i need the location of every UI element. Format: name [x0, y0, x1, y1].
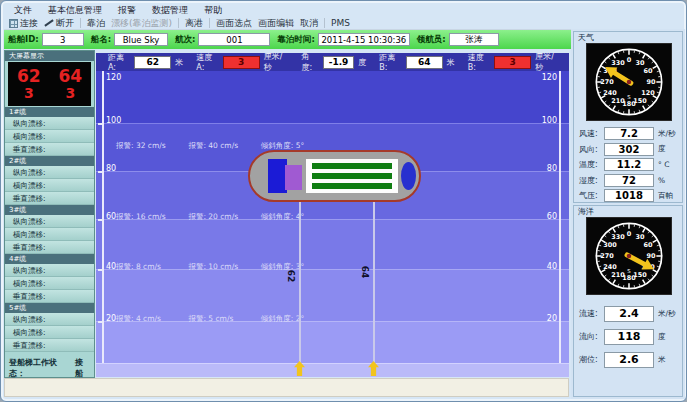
distance-a-unit: 米 — [175, 57, 183, 68]
current-speed-value[interactable]: 2.4 — [604, 306, 654, 322]
y-tick-label: 60 — [547, 212, 557, 221]
toolbar-button-disconnect[interactable]: 断开 — [44, 17, 74, 30]
tilt-angle: 倾斜角度: 2° — [261, 314, 304, 324]
toolbar-button-screen-edit[interactable]: 画面编辑 — [258, 17, 294, 30]
svg-text:270: 270 — [600, 78, 614, 86]
toolbar-button-berthing[interactable]: 靠泊 — [87, 17, 105, 30]
toolbar-button-connect[interactable]: 连接 — [9, 17, 38, 30]
wind-speed-label: 风速: — [574, 128, 604, 139]
toolbar-button-departure[interactable]: 离港 — [185, 17, 203, 30]
wind-direction-value[interactable]: 302 — [604, 143, 654, 156]
alarm-a: 报警: 8 cm/s — [116, 262, 186, 272]
angle-label: 角度: — [301, 51, 318, 73]
ship-deck-hatch — [306, 159, 398, 193]
tide-level-unit: 米 — [654, 355, 666, 365]
temperature-value[interactable]: 11.2 — [604, 158, 654, 171]
speed-b-unit: 厘米/秒 — [535, 51, 560, 73]
y-tick-label: 80 — [547, 164, 557, 173]
y-tick-label: 100 — [542, 116, 557, 125]
lateral-drift-row: 横向漂移: — [5, 179, 94, 192]
pressure-row: 气压: 1018 百帕 — [574, 188, 682, 204]
svg-text:60: 60 — [644, 241, 653, 249]
menu-item-alarm[interactable]: 报警 — [118, 4, 136, 17]
cable-group-5: 5#缆 纵向漂移: 横向漂移: 垂直漂移: — [5, 303, 94, 352]
ship-name-label: 船名: — [91, 34, 111, 46]
distance-b-value[interactable]: 64 — [406, 56, 443, 69]
voyage-no-input[interactable]: 001 — [198, 33, 270, 46]
svg-text:30: 30 — [636, 233, 645, 241]
menu-item-data-mgmt[interactable]: 数据管理 — [152, 4, 188, 17]
longitudinal-drift-row: 纵向漂移: — [5, 313, 94, 326]
berthing-time-label: 靠泊时间: — [277, 34, 314, 46]
status-bar — [4, 378, 569, 397]
speed-a-value[interactable]: 3 — [223, 56, 260, 69]
humidity-label: 湿度: — [574, 175, 604, 186]
deck-stripe — [312, 163, 392, 169]
ship-cargo-block-purple — [285, 165, 302, 190]
angle-unit: 度 — [358, 57, 366, 68]
temperature-row: 温度: 11.2 ° C — [574, 157, 682, 173]
menu-bar: 文件 基本信息管理 报警 数据管理 帮助 — [4, 4, 683, 16]
menu-item-basic-info-mgmt[interactable]: 基本信息管理 — [48, 4, 102, 17]
weather-group: 天气 0306090120150180210240270300330S 风速: … — [573, 31, 683, 203]
wind-speed-value[interactable]: 7.2 — [604, 127, 654, 140]
axis-tick — [98, 219, 103, 221]
toolbar-button-cancel[interactable]: 取消 — [300, 17, 318, 30]
ocean-group-title: 海洋 — [578, 206, 594, 217]
tide-level-label: 潮位: — [574, 354, 604, 365]
angle-value[interactable]: -1.9 — [323, 56, 355, 69]
current-direction-value[interactable]: 118 — [604, 329, 654, 345]
left-panel: 大屏幕显示 62 64 3 3 1#缆 纵向漂移: 横向漂移: 垂直漂移: 2#… — [4, 50, 95, 378]
voyage-no-field: 航次: 001 — [175, 33, 270, 46]
current-direction-label: 流向: — [574, 331, 604, 342]
menu-item-file[interactable]: 文件 — [14, 4, 32, 17]
pressure-value[interactable]: 1018 — [604, 189, 654, 202]
alarm-a: 报警: 4 cm/s — [116, 314, 186, 324]
lateral-drift-row: 横向漂移: — [5, 130, 94, 143]
y-tick-label: 120 — [542, 73, 557, 82]
tide-level-value[interactable]: 2.6 — [604, 352, 654, 368]
toolbar-button-pms[interactable]: PMS — [331, 18, 350, 28]
menu-item-help[interactable]: 帮助 — [204, 4, 222, 17]
speed-b-value[interactable]: 3 — [494, 56, 531, 69]
distance-a-label: 距离A: — [108, 52, 130, 72]
ship-name-input[interactable]: Blue Sky — [114, 33, 168, 46]
weather-group-title: 天气 — [578, 32, 594, 43]
cable-group-title: 4#缆 — [5, 254, 94, 264]
svg-text:330: 330 — [611, 59, 625, 67]
temperature-unit: ° C — [654, 160, 669, 169]
distance-b-label: 距离B: — [379, 52, 401, 72]
y-tick-label: 40 — [106, 262, 116, 271]
cable-group-title: 5#缆 — [5, 303, 94, 313]
big-display-group: 大屏幕显示 62 64 3 3 — [5, 51, 94, 106]
ship-id-field: 船舶ID: 3 — [8, 33, 84, 46]
alarm-threshold-row: 报警: 16 cm/s 报警: 20 cm/s 倾斜角度: 4° — [116, 212, 304, 222]
lateral-drift-row: 横向漂移: — [5, 277, 94, 290]
berthing-time-input[interactable]: 2011-4-15 10:30:36 — [318, 33, 410, 46]
speed-b-label: 速度B: — [468, 52, 490, 72]
current-speed-unit: 米/秒 — [654, 309, 676, 319]
speed-a-unit: 厘米/秒 — [264, 51, 289, 73]
measure-line-b — [373, 202, 375, 363]
vertical-drift-row: 垂直漂移: — [5, 143, 94, 156]
longitudinal-drift-row: 纵向漂移: — [5, 215, 94, 228]
current-compass-gauge: 0306090120150180210240270300330S — [586, 217, 672, 295]
depth-band — [96, 71, 569, 123]
distance-a-value[interactable]: 62 — [134, 56, 171, 69]
cable-group-3: 3#缆 纵向漂移: 横向漂移: 垂直漂移: — [5, 205, 94, 254]
svg-text:S: S — [627, 268, 631, 274]
ship-id-label: 船舶ID: — [8, 34, 39, 46]
ship-id-input[interactable]: 3 — [42, 33, 84, 46]
current-speed-label: 流速: — [574, 308, 604, 319]
cable-group-1: 1#缆 纵向漂移: 横向漂移: 垂直漂移: — [5, 107, 94, 156]
current-speed-row: 流速: 2.4 米/秒 — [574, 302, 682, 325]
svg-text:270: 270 — [600, 252, 614, 260]
toolbar-button-screen-pick-point[interactable]: 画面选点 — [216, 17, 252, 30]
humidity-value[interactable]: 72 — [604, 174, 654, 187]
tide-level-row: 潮位: 2.6 米 — [574, 348, 682, 371]
distance-b-unit: 米 — [447, 57, 455, 68]
tilt-angle: 倾斜角度: 3° — [261, 262, 304, 272]
lateral-drift-row: 横向漂移: — [5, 326, 94, 339]
environment-panel: 天气 0306090120150180210240270300330S 风速: … — [571, 29, 685, 399]
pilot-input[interactable]: 张涛 — [449, 33, 499, 46]
